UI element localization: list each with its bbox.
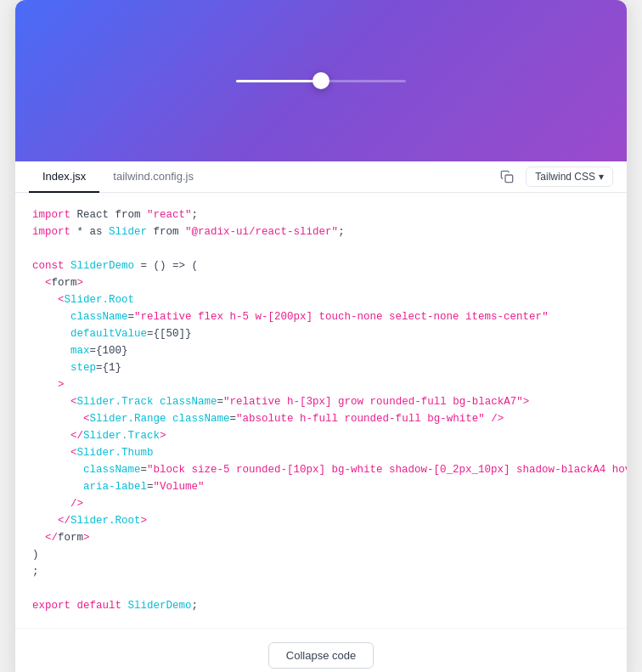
code-line: export default SliderDemo; bbox=[32, 597, 610, 614]
code-line: ; bbox=[32, 563, 610, 580]
copy-button[interactable] bbox=[495, 165, 519, 189]
preview-area bbox=[15, 0, 627, 161]
svg-rect-0 bbox=[505, 175, 513, 183]
main-card: Index.jsx tailwind.config.js Tailwind CS… bbox=[15, 0, 627, 672]
code-line: /> bbox=[32, 495, 610, 512]
tabs-bar: Index.jsx tailwind.config.js Tailwind CS… bbox=[15, 161, 627, 193]
code-line: </form> bbox=[32, 529, 610, 546]
slider-range bbox=[236, 80, 321, 82]
code-line: const SliderDemo = () => ( bbox=[32, 257, 610, 274]
tab-tailwind-config[interactable]: tailwind.config.js bbox=[99, 161, 207, 193]
code-line: className="block size-5 rounded-[10px] b… bbox=[32, 461, 610, 478]
code-line: ) bbox=[32, 546, 610, 563]
slider-track bbox=[236, 80, 406, 82]
code-line: <Slider.Range className="absolute h-full… bbox=[32, 410, 610, 427]
collapse-btn-area: Collapse code bbox=[15, 628, 627, 672]
code-line: className="relative flex h-5 w-[200px] t… bbox=[32, 308, 610, 325]
code-line: step={1} bbox=[32, 359, 610, 376]
slider-demo bbox=[236, 80, 406, 82]
code-line: </Slider.Track> bbox=[32, 427, 610, 444]
code-line: > bbox=[32, 376, 610, 393]
css-framework-dropdown[interactable]: Tailwind CSS ▾ bbox=[526, 167, 613, 187]
code-line: <Slider.Thumb bbox=[32, 444, 610, 461]
code-line: import React from "react"; bbox=[32, 206, 610, 223]
code-line: defaultValue={[50]} bbox=[32, 325, 610, 342]
code-area: import React from "react";import * as Sl… bbox=[15, 193, 627, 628]
code-line bbox=[32, 580, 610, 597]
code-line: max={100} bbox=[32, 342, 610, 359]
code-line: import * as Slider from "@radix-ui/react… bbox=[32, 223, 610, 240]
code-line: </Slider.Root> bbox=[32, 512, 610, 529]
code-line: <Slider.Track className="relative h-[3px… bbox=[32, 393, 610, 410]
dropdown-label: Tailwind CSS bbox=[535, 171, 595, 183]
tabs-right: Tailwind CSS ▾ bbox=[495, 165, 613, 189]
chevron-down-icon: ▾ bbox=[599, 171, 604, 183]
tab-index-jsx[interactable]: Index.jsx bbox=[29, 161, 99, 193]
code-line: <Slider.Root bbox=[32, 291, 610, 308]
tabs-left: Index.jsx tailwind.config.js bbox=[29, 161, 207, 192]
code-line bbox=[32, 240, 610, 257]
slider-thumb[interactable] bbox=[313, 72, 329, 89]
collapse-button[interactable]: Collapse code bbox=[268, 642, 374, 669]
code-line: aria-label="Volume" bbox=[32, 478, 610, 495]
code-line: <form> bbox=[32, 274, 610, 291]
